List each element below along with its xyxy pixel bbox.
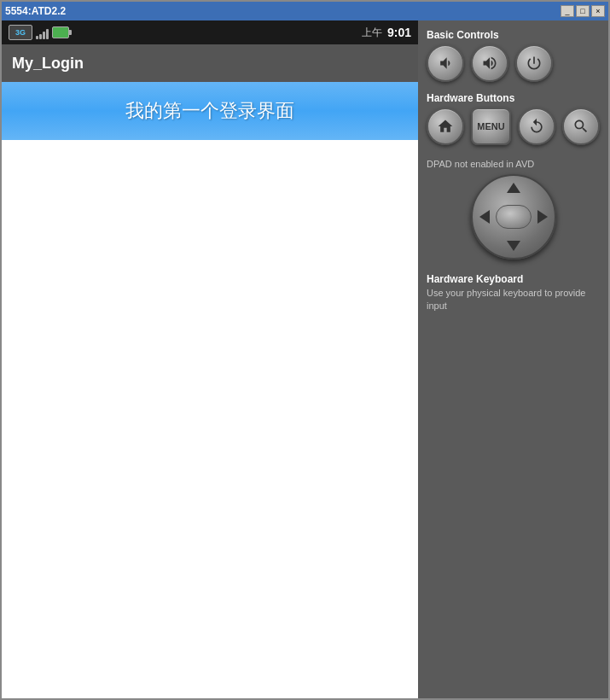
search-icon bbox=[572, 118, 590, 135]
title-bar: 5554:ATD2.2 _ □ × bbox=[2, 2, 608, 20]
basic-controls-section: Basic Controls bbox=[427, 29, 600, 85]
main-area: 3G 上午 9:01 bbox=[2, 20, 608, 698]
controls-panel: Basic Controls bbox=[418, 20, 608, 698]
search-button[interactable] bbox=[562, 108, 600, 145]
home-button[interactable] bbox=[427, 108, 464, 145]
menu-label: MENU bbox=[477, 121, 504, 131]
back-button[interactable] bbox=[518, 108, 555, 145]
volume-up-icon bbox=[481, 55, 498, 72]
dpad-section: DPAD not enabled in AVD bbox=[427, 159, 600, 260]
signal-bars-icon bbox=[36, 26, 49, 39]
dpad bbox=[471, 174, 556, 260]
title-bar-buttons: _ □ × bbox=[561, 5, 605, 17]
keyboard-section: Hardware Keyboard Use your physical keyb… bbox=[427, 273, 600, 313]
dpad-center-button[interactable] bbox=[496, 205, 532, 229]
back-icon bbox=[528, 118, 545, 135]
hardware-buttons-row: MENU bbox=[427, 108, 600, 145]
android-screen: 3G 上午 9:01 bbox=[2, 20, 418, 698]
status-left: 3G bbox=[9, 25, 69, 40]
banner-text: 我的第一个登录界面 bbox=[125, 98, 294, 124]
dpad-right-button[interactable] bbox=[537, 210, 548, 224]
hardware-buttons-label: Hardware Buttons bbox=[427, 92, 600, 104]
maximize-button[interactable]: □ bbox=[576, 5, 590, 17]
window-frame: 5554:ATD2.2 _ □ × 3G bbox=[0, 0, 610, 700]
status-right: 上午 9:01 bbox=[362, 26, 411, 40]
dpad-label: DPAD not enabled in AVD bbox=[427, 159, 534, 169]
dpad-left-button[interactable] bbox=[479, 210, 490, 224]
app-title: My_Login bbox=[12, 55, 84, 73]
action-bar: My_Login bbox=[2, 44, 418, 82]
battery-icon bbox=[52, 26, 69, 38]
close-button[interactable]: × bbox=[591, 5, 605, 17]
home-icon bbox=[437, 118, 454, 135]
volume-up-button[interactable] bbox=[471, 44, 508, 82]
keyboard-desc: Use your physical keyboard to provide in… bbox=[427, 287, 600, 313]
menu-button[interactable]: MENU bbox=[471, 108, 511, 145]
power-icon bbox=[526, 55, 543, 72]
app-content bbox=[2, 140, 418, 698]
time-prefix: 上午 bbox=[362, 26, 382, 40]
banner: 我的第一个登录界面 bbox=[2, 82, 418, 140]
clock: 9:01 bbox=[387, 26, 411, 39]
dpad-ring bbox=[471, 174, 556, 260]
basic-controls-buttons bbox=[427, 44, 600, 82]
window-title: 5554:ATD2.2 bbox=[5, 5, 66, 17]
minimize-button[interactable]: _ bbox=[561, 5, 574, 17]
volume-down-icon bbox=[437, 55, 454, 72]
status-bar: 3G 上午 9:01 bbox=[2, 20, 418, 44]
basic-controls-label: Basic Controls bbox=[427, 29, 600, 41]
keyboard-label: Hardware Keyboard bbox=[427, 273, 600, 285]
dpad-down-button[interactable] bbox=[507, 241, 520, 251]
power-button[interactable] bbox=[515, 44, 553, 82]
dpad-up-button[interactable] bbox=[507, 183, 520, 193]
hardware-buttons-section: Hardware Buttons MENU bbox=[427, 92, 600, 149]
volume-down-button[interactable] bbox=[427, 44, 464, 82]
signal-3g-icon: 3G bbox=[9, 25, 32, 40]
